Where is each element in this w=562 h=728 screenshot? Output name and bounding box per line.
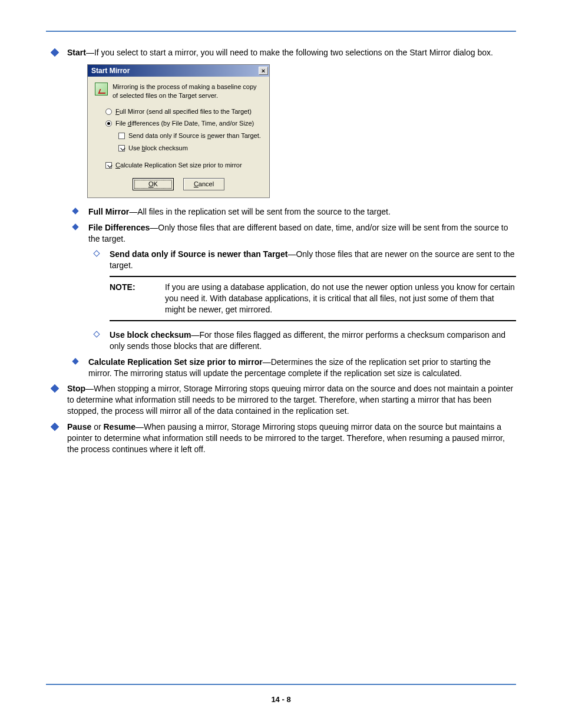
diamond-icon	[93, 331, 100, 337]
full-mirror-text: —All files in the replication set will b…	[129, 207, 391, 216]
file-diff-label: File Differences	[88, 223, 150, 232]
ok-button[interactable]: OK	[133, 178, 174, 190]
radio-icon	[105, 120, 112, 127]
radio-diff-label: File differences (by File Date, Time, an…	[115, 119, 254, 128]
block-checksum-label: Use block checksum	[110, 330, 191, 340]
note-block: NOTE: If you are using a database applic…	[110, 276, 516, 321]
dialog-titlebar: Start Mirror ×	[88, 65, 269, 77]
pause-label: Pause	[67, 422, 91, 431]
level1-list: Start—If you select to start a mirror, y…	[46, 47, 516, 455]
dialog-title: Start Mirror	[91, 66, 130, 75]
radio-icon	[105, 108, 112, 115]
close-icon[interactable]: ×	[259, 67, 268, 75]
note-label: NOTE:	[110, 282, 151, 315]
dialog-body: Mirroring is the process of making a bas…	[88, 77, 269, 197]
diamond-icon	[51, 48, 59, 57]
mirror-icon	[95, 83, 108, 95]
chk-block-label: Use block checksum	[128, 144, 188, 153]
item-calc-size: Calculate Replication Set size prior to …	[67, 357, 516, 379]
diamond-icon	[72, 358, 78, 364]
item-file-differences: File Differences—Only those files that a…	[67, 222, 516, 352]
diamond-icon	[72, 223, 78, 230]
full-mirror-label: Full Mirror	[88, 207, 129, 216]
checkbox-icon	[118, 145, 125, 151]
pause-or: or	[91, 422, 103, 431]
file-diff-text: —Only those files that are different bas…	[88, 223, 508, 243]
checkbox-icon	[105, 162, 112, 169]
checkbox-calc-size[interactable]: Calculate Replication Set size prior to …	[105, 161, 262, 170]
diamond-icon	[51, 423, 59, 431]
start-text: —If you select to start a mirror, you wi…	[86, 48, 493, 57]
item-start: Start—If you select to start a mirror, y…	[46, 47, 516, 378]
stop-label: Stop	[67, 384, 85, 393]
chk-newer-label: Send data only if Source is newer than T…	[128, 131, 261, 140]
item-block-checksum: Use block checksum—For those files flagg…	[88, 330, 516, 352]
level3-list: Send data only if Source is newer than T…	[88, 249, 516, 351]
resume-label: Resume	[103, 422, 135, 431]
diamond-icon	[51, 384, 59, 393]
diamond-icon	[72, 207, 78, 214]
page-number: 14 - 8	[0, 694, 562, 705]
checkbox-newer[interactable]: Send data only if Source is newer than T…	[118, 131, 262, 140]
item-send-newer: Send data only if Source is newer than T…	[88, 249, 516, 321]
radio-file-differences[interactable]: File differences (by File Date, Time, an…	[105, 119, 262, 128]
start-mirror-dialog: Start Mirror × Mirroring is the process …	[87, 64, 270, 198]
send-newer-label: Send data only if Source is newer than T…	[110, 249, 287, 259]
chk-calc-label: Calculate Replication Set size prior to …	[115, 161, 242, 170]
note-text: If you are using a database application,…	[165, 282, 516, 315]
checkbox-icon	[118, 133, 125, 139]
checkbox-block-checksum[interactable]: Use block checksum	[118, 144, 262, 153]
page-content: Start—If you select to start a mirror, y…	[46, 31, 516, 460]
item-stop: Stop—When stopping a mirror, Storage Mir…	[46, 383, 516, 417]
radio-full-label: Full Mirror (send all specified files to…	[115, 107, 252, 116]
level2-list: Full Mirror—All files in the replication…	[67, 206, 516, 379]
diamond-icon	[93, 251, 100, 257]
stop-text: —When stopping a mirror, Storage Mirrori…	[67, 384, 513, 416]
cancel-button[interactable]: Cancel	[183, 178, 224, 190]
item-pause-resume: Pause or Resume—When pausing a mirror, S…	[46, 421, 516, 455]
calc-size-label: Calculate Replication Set size prior to …	[88, 357, 263, 367]
radio-full-mirror[interactable]: Full Mirror (send all specified files to…	[105, 107, 262, 116]
dialog-intro: Mirroring is the process of making a bas…	[113, 83, 262, 100]
bottom-rule	[46, 684, 516, 685]
item-full-mirror: Full Mirror—All files in the replication…	[67, 206, 516, 218]
start-label: Start	[67, 48, 86, 57]
